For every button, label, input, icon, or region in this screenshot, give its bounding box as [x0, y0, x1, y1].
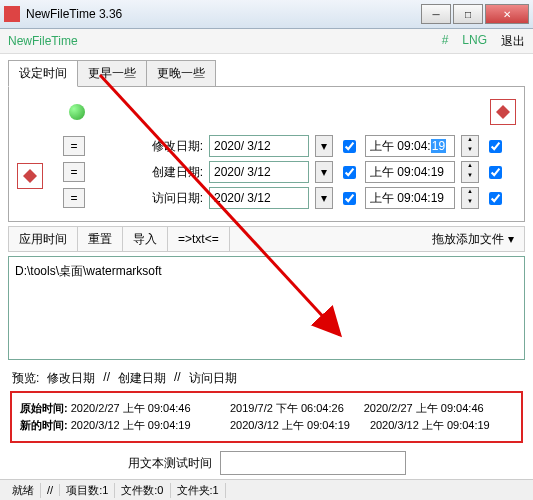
eq-button-1[interactable]: = — [63, 136, 85, 156]
tab-later[interactable]: 更晚一些 — [146, 60, 216, 87]
create-date-label: 创建日期: — [147, 164, 203, 181]
create-time-checkbox[interactable] — [489, 166, 502, 179]
close-button[interactable]: ✕ — [485, 4, 529, 24]
status-ready: 就绪 — [6, 483, 41, 498]
create-date-input[interactable]: 2020/ 3/12 — [209, 161, 309, 183]
result-box: 原始时间: 2020/2/27 上午 09:04:46 2019/7/2 下午 … — [10, 391, 523, 443]
modify-time-input[interactable]: 上午 09:04:19 — [365, 135, 455, 157]
create-time-spinner[interactable]: ▲▼ — [461, 161, 479, 183]
status-files: 文件数:0 — [115, 483, 170, 498]
app-menu[interactable]: NewFileTime — [8, 34, 442, 48]
access-date-dropdown[interactable]: ▾ — [315, 187, 333, 209]
menu-hash[interactable]: # — [442, 33, 449, 50]
tab-earlier[interactable]: 更早一些 — [77, 60, 147, 87]
import-button[interactable]: 导入 — [123, 227, 168, 251]
modify-date-dropdown[interactable]: ▾ — [315, 135, 333, 157]
access-time-spinner[interactable]: ▲▼ — [461, 187, 479, 209]
menu-lng[interactable]: LNG — [462, 33, 487, 50]
file-path[interactable]: D:\tools\桌面\watermarksoft — [15, 263, 518, 280]
eq-button-2[interactable]: = — [63, 162, 85, 182]
corner-icon-left[interactable] — [17, 163, 43, 189]
minimize-button[interactable]: ─ — [421, 4, 451, 24]
access-date-input[interactable]: 2020/ 3/12 — [209, 187, 309, 209]
eq-button-3[interactable]: = — [63, 188, 85, 208]
test-label: 用文本测试时间 — [128, 455, 212, 472]
apply-time-button[interactable]: 应用时间 — [9, 227, 78, 251]
create-time-input[interactable]: 上午 09:04:19 — [365, 161, 455, 183]
modify-time-spinner[interactable]: ▲▼ — [461, 135, 479, 157]
corner-icon-top[interactable] — [490, 99, 516, 125]
modify-time-checkbox[interactable] — [489, 140, 502, 153]
globe-icon[interactable] — [69, 104, 85, 120]
status-folders: 文件夹:1 — [171, 483, 226, 498]
app-icon — [4, 6, 20, 22]
test-input[interactable] — [220, 451, 406, 475]
modify-date-input[interactable]: 2020/ 3/12 — [209, 135, 309, 157]
file-list[interactable]: D:\tools\桌面\watermarksoft — [8, 256, 525, 360]
access-date-label: 访问日期: — [147, 190, 203, 207]
maximize-button[interactable]: □ — [453, 4, 483, 24]
create-date-dropdown[interactable]: ▾ — [315, 161, 333, 183]
modify-date-label: 修改日期: — [147, 138, 203, 155]
modify-date-checkbox[interactable] — [343, 140, 356, 153]
access-time-checkbox[interactable] — [489, 192, 502, 205]
tab-set-time[interactable]: 设定时间 — [8, 60, 78, 87]
create-date-checkbox[interactable] — [343, 166, 356, 179]
access-date-checkbox[interactable] — [343, 192, 356, 205]
drag-drop-button[interactable]: 拖放添加文件▾ — [422, 231, 524, 248]
txt-button[interactable]: =>txt<= — [168, 227, 230, 251]
menu-exit[interactable]: 退出 — [501, 33, 525, 50]
access-time-input[interactable]: 上午 09:04:19 — [365, 187, 455, 209]
status-items: 项目数:1 — [60, 483, 115, 498]
window-title: NewFileTime 3.36 — [26, 7, 421, 21]
preview-header: 预览: 修改日期 // 创建日期 // 访问日期 — [12, 370, 521, 387]
reset-button[interactable]: 重置 — [78, 227, 123, 251]
